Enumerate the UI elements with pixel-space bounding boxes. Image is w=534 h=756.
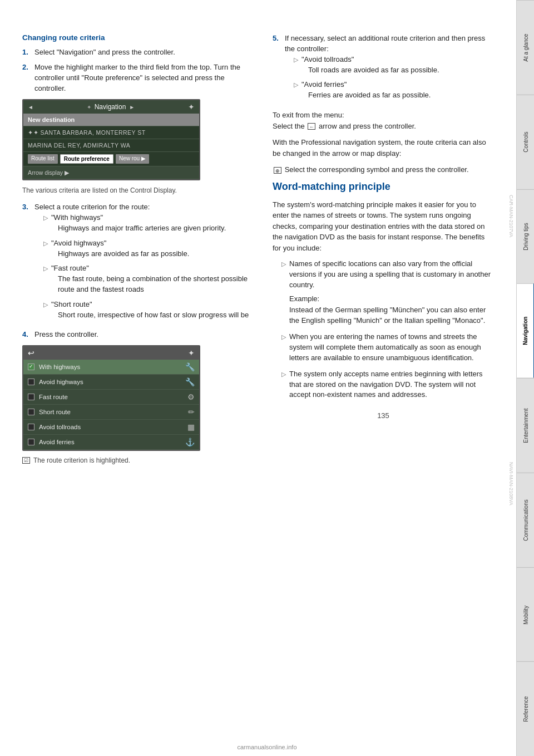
wm-bullet-2: ▷ When you are entering the names of tow… bbox=[281, 332, 494, 364]
tab-controls[interactable]: Controls bbox=[517, 95, 534, 189]
bullet-fast-route-content: "Fast route" The fast route, being a com… bbox=[51, 263, 256, 297]
tab-entertainment[interactable]: Entertainment bbox=[517, 378, 534, 473]
wm-bullet-3-content: The system only accepts name entries beg… bbox=[289, 369, 494, 401]
tab-at-a-glance[interactable]: At a glance bbox=[517, 0, 534, 95]
with-highways-label: With highways bbox=[39, 364, 80, 370]
step5-bullet-arrow-2: ▷ bbox=[294, 81, 298, 103]
tab-navigation[interactable]: Navigation bbox=[517, 283, 534, 378]
avoid-ferries-checkbox[interactable] bbox=[28, 439, 34, 445]
watermark-1: CAR-MAN-2107VA bbox=[508, 195, 514, 237]
professional-text: With the Professional navigation system,… bbox=[273, 137, 494, 159]
caption-checkbox-icon: ☑ bbox=[22, 457, 30, 464]
step-3-number: 3. bbox=[22, 202, 31, 325]
bullet-with-highways: ▷ "With highways" Highways and major tra… bbox=[43, 213, 256, 236]
nav-route-tabs-row: Route list Route preference New rou ▶ bbox=[23, 152, 199, 166]
route-screen-back-icon: ↩ bbox=[28, 348, 34, 357]
exit-text: To exit from the menu: Select the ← arro… bbox=[273, 110, 494, 131]
step-3: 3. Select a route criterion for the rout… bbox=[22, 202, 256, 325]
bullet-arrow-3: ▷ bbox=[43, 264, 48, 297]
step-2-text: Move the highlight marker to the third f… bbox=[34, 62, 256, 94]
route-screen-header: ↩ ✦ bbox=[23, 346, 199, 360]
short-route-icon: ✏ bbox=[188, 408, 195, 416]
back-arrow-icon: ← bbox=[308, 123, 315, 130]
step-4: 4. Press the controller. bbox=[22, 330, 256, 340]
right-column: 5. If necessary, select an additional ro… bbox=[273, 33, 494, 734]
wm-example-label: Example: bbox=[289, 294, 494, 305]
step-5: 5. If necessary, select an additional ro… bbox=[273, 33, 494, 105]
wm-example-text: Instead of the German spelling "München"… bbox=[289, 305, 494, 326]
route-option-avoid-tollroads[interactable]: Avoid tollroads ▦ bbox=[23, 420, 199, 435]
wm-bullet-arrow-1: ▷ bbox=[281, 260, 286, 326]
nav-star-icon: ✦ bbox=[87, 104, 91, 110]
route-screen-caption: ☑ The route criterion is highlighted. bbox=[22, 456, 256, 464]
professional-instruction: ⊕ Select the corresponding symbol and pr… bbox=[273, 164, 494, 175]
bullet-short-route-content: "Short route" Short route, irrespective … bbox=[51, 300, 256, 323]
bullet-fast-route: ▷ "Fast route" The fast route, being a c… bbox=[43, 263, 256, 297]
route-preference-tab[interactable]: Route preference bbox=[60, 154, 113, 164]
route-list-tab[interactable]: Route list bbox=[28, 154, 58, 164]
step-4-number: 4. bbox=[22, 330, 31, 340]
step5-bullet-arrow-1: ▷ bbox=[294, 56, 298, 78]
step-2-number: 2. bbox=[22, 62, 31, 94]
route-option-fast-route[interactable]: Fast route ⚙ bbox=[23, 390, 199, 405]
with-highways-checkbox[interactable] bbox=[28, 364, 34, 370]
bullet-avoid-highways-content: "Avoid highways" Highways are avoided as… bbox=[51, 238, 256, 262]
left-column: Changing route criteria 1. Select "Navig… bbox=[22, 33, 256, 734]
route-option-short-route[interactable]: Short route ✏ bbox=[23, 405, 199, 420]
nav-arrow-display-row: Arrow display ▶ bbox=[23, 166, 199, 179]
section-title: Changing route criteria bbox=[22, 33, 256, 42]
wm-bullet-2-content: When you are entering the names of towns… bbox=[289, 332, 494, 364]
route-option-avoid-highways[interactable]: Avoid highways 🔧 bbox=[23, 375, 199, 390]
bullet-avoid-tollroads: ▷ "Avoid tollroads" Toll roads are avoid… bbox=[294, 55, 494, 78]
nav-caption: The various criteria are listed on the C… bbox=[22, 186, 256, 195]
new-route-tab[interactable]: New rou ▶ bbox=[116, 154, 149, 164]
avoid-tollroads-label: Avoid tollroads bbox=[39, 424, 81, 430]
page-number: 135 bbox=[273, 411, 494, 420]
bullet-with-highways-content: "With highways" Highways and major traff… bbox=[51, 213, 256, 236]
step-3-text: Select a route criterion for the route: … bbox=[34, 202, 256, 325]
nav-forward-arrow: ► bbox=[129, 104, 135, 110]
avoid-highways-checkbox[interactable] bbox=[28, 379, 34, 385]
short-route-checkbox[interactable] bbox=[28, 409, 34, 415]
step-5-number: 5. bbox=[273, 33, 281, 105]
nav-marina-row: MARINA DEL REY, ADMIRALTY WA bbox=[23, 139, 199, 152]
nav-symbol-icon: ⊕ bbox=[274, 167, 281, 174]
route-options-screen: ↩ ✦ With highways 🔧 Avoid highways 🔧 bbox=[22, 345, 200, 451]
route-option-avoid-ferries[interactable]: Avoid ferries ⚓ bbox=[23, 435, 199, 450]
fast-route-icon: ⚙ bbox=[187, 392, 195, 401]
step-1-number: 1. bbox=[22, 47, 31, 58]
nav-settings-icon: ✦ bbox=[188, 102, 195, 111]
wm-bullet-arrow-3: ▷ bbox=[281, 370, 286, 401]
watermark-2: NAVI-MAN-2108VA bbox=[508, 462, 514, 505]
site-watermark: carmanualsonline.info bbox=[237, 744, 296, 750]
wm-bullet-arrow-2: ▷ bbox=[281, 333, 286, 364]
nav-new-destination-row: New destination bbox=[23, 114, 199, 126]
tab-mobility[interactable]: Mobility bbox=[517, 567, 534, 662]
step-4-text: Press the controller. bbox=[34, 330, 256, 340]
wm-bullet-1: ▷ Names of specific locations can also v… bbox=[281, 259, 494, 326]
fast-route-checkbox[interactable] bbox=[28, 394, 34, 400]
bullet-avoid-highways: ▷ "Avoid highways" Highways are avoided … bbox=[43, 238, 256, 262]
route-option-with-highways[interactable]: With highways 🔧 bbox=[23, 360, 199, 375]
nav-back-arrow: ◄ bbox=[28, 104, 33, 110]
step-2: 2. Move the highlight marker to the thir… bbox=[22, 62, 256, 94]
short-route-label: Short route bbox=[39, 409, 71, 415]
word-matching-heading: Word-matching principle bbox=[273, 181, 494, 193]
nav-santa-barbara-row: ✦✦ SANTA BARBARA, MONTERREY ST bbox=[23, 126, 199, 139]
tab-communications[interactable]: Communications bbox=[517, 473, 534, 567]
avoid-tollroads-checkbox[interactable] bbox=[28, 424, 34, 430]
step-1: 1. Select "Navigation" and press the con… bbox=[22, 47, 256, 58]
with-highways-icon: 🔧 bbox=[185, 362, 195, 371]
avoid-highways-label: Avoid highways bbox=[39, 379, 83, 385]
exit-instruction: Select the ← arrow and press the control… bbox=[273, 122, 416, 130]
tab-driving-tips[interactable]: Driving tips bbox=[517, 189, 534, 284]
tab-reference[interactable]: Reference bbox=[517, 661, 534, 756]
avoid-highways-icon: 🔧 bbox=[185, 377, 195, 386]
nav-screen-header: ◄ ✦ Navigation ► ✦ bbox=[23, 100, 199, 114]
step-5-text: If necessary, select an additional route… bbox=[285, 33, 494, 105]
wm-bullet-3: ▷ The system only accepts name entries b… bbox=[281, 369, 494, 401]
side-tabs: At a glance Controls Driving tips Naviga… bbox=[516, 0, 534, 756]
nav-screen: ◄ ✦ Navigation ► ✦ New destination ✦✦ SA… bbox=[22, 99, 200, 180]
step5-avoid-tollroads-content: "Avoid tollroads" Toll roads are avoided… bbox=[301, 55, 494, 78]
avoid-ferries-label: Avoid ferries bbox=[39, 439, 75, 445]
